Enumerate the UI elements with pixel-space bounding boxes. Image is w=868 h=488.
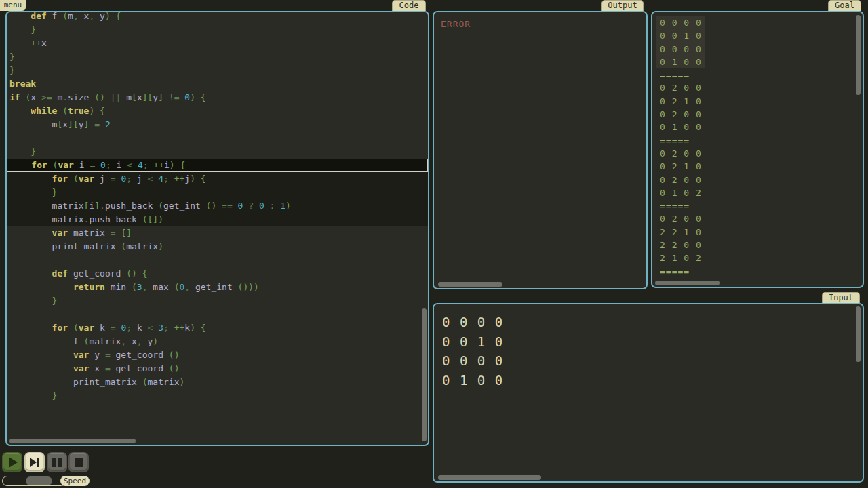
code-line[interactable]: } [7,23,428,37]
code-line[interactable]: var matrix = [] [7,226,428,240]
code-line[interactable] [7,131,428,145]
code-line[interactable]: ++x [7,37,428,50]
step-icon [30,458,39,467]
goal-line: ===== [656,134,693,147]
goal-line: 0 2 0 0 [656,212,705,225]
goal-line: 0 2 0 0 [656,147,705,160]
code-line[interactable]: matrix.push_back ([]) [7,213,428,226]
code-line[interactable]: } [7,389,428,403]
code-line[interactable]: } [7,145,428,159]
input-panel: 0 0 0 00 0 1 00 0 0 00 1 0 0 [433,303,864,483]
input-line: 0 0 0 0 [442,312,504,332]
code-line[interactable]: f (matrix, x, y) [7,335,428,348]
goal-line: 0 2 1 0 [656,95,705,108]
goal-line: ===== [656,265,693,278]
code-line[interactable]: print_matrix (matrix) [7,375,428,389]
goal-line: 2 2 0 0 [656,239,705,251]
goal-line: 0 2 0 0 [656,108,705,121]
input-line: 0 1 0 0 [442,371,504,390]
pause-button[interactable] [47,452,67,472]
goal-line: 0 2 1 0 [656,160,705,173]
goal-line: 2 1 0 2 [656,251,705,264]
code-line[interactable]: print_matrix (matrix) [7,240,428,253]
code-line[interactable]: } [7,64,428,77]
input-horizontal-scrollbar[interactable] [438,475,541,480]
tab-goal[interactable]: Goal [828,0,861,11]
step-button[interactable] [24,452,45,472]
code-line[interactable]: for (var j = 0; j < 4; ++j) { [7,172,428,186]
code-vertical-scrollbar[interactable] [422,308,427,441]
input-content: 0 0 0 00 0 1 00 0 0 00 1 0 0 [442,312,504,390]
goal-line-highlighted: 0 0 1 0 [656,29,705,42]
code-line[interactable]: } [7,50,428,64]
code-line[interactable]: var x = get_coord () [7,362,428,375]
menu-button[interactable]: menu [0,0,26,11]
goal-line: 2 2 1 0 [656,226,705,239]
stop-icon [75,458,83,467]
tab-output[interactable]: Output [601,0,644,11]
code-editor[interactable]: def f (m, x, y) { } ++x}}breakif (x >= m… [7,11,428,403]
goal-horizontal-scrollbar[interactable] [655,281,720,285]
code-line[interactable]: for (var k = 0; k < 3; ++k) { [7,321,428,335]
code-line[interactable] [7,253,428,267]
code-line[interactable]: def f (m, x, y) { [7,11,428,23]
code-line[interactable]: } [7,294,428,308]
code-line[interactable]: while (true) { [7,104,428,118]
code-line[interactable]: matrix[i].push_back (get_int () == 0 ? 0… [7,199,428,213]
code-horizontal-scrollbar[interactable] [9,439,136,443]
code-line[interactable] [7,308,428,321]
goal-line: 0 1 0 2 [656,186,705,199]
output-panel: ERROR [433,11,648,289]
goal-line: 0 2 0 0 [656,174,705,186]
goal-line: ===== [656,199,693,212]
goal-line-highlighted: 0 1 0 0 [656,56,705,68]
output-error-text: ERROR [441,19,471,29]
goal-line: ===== [656,68,693,81]
code-line[interactable]: for (var i = 0; i < 4; ++i) { [7,159,428,172]
tab-code[interactable]: Code [392,0,426,11]
code-line[interactable]: var y = get_coord () [7,348,428,362]
goal-line: 0 2 0 0 [656,81,705,94]
code-panel[interactable]: def f (m, x, y) { } ++x}}breakif (x >= m… [5,11,429,446]
stop-button[interactable] [68,452,89,472]
goal-panel: 0 0 0 00 0 1 00 0 0 00 1 0 0=====0 2 0 0… [651,11,864,288]
code-line[interactable]: break [7,77,428,91]
input-line: 0 0 1 0 [442,332,504,352]
goal-vertical-scrollbar[interactable] [856,15,861,95]
code-line[interactable]: def get_coord () { [7,267,428,281]
goal-line-highlighted: 0 0 0 0 [656,43,705,56]
code-line[interactable]: return min (3, max (0, get_int ())) [7,281,428,294]
goal-content: 0 0 0 00 0 1 00 0 0 00 1 0 0=====0 2 0 0… [656,16,705,278]
play-button[interactable] [2,452,22,472]
tab-input[interactable]: Input [822,292,860,303]
play-icon [9,457,18,468]
speed-label: Speed [60,476,90,486]
code-line[interactable]: if (x >= m.size () || m[x][y] != 0) { [7,91,428,104]
output-horizontal-scrollbar[interactable] [438,282,502,287]
speed-slider-thumb[interactable] [26,476,52,485]
goal-line-highlighted: 0 0 0 0 [656,16,705,29]
input-vertical-scrollbar[interactable] [856,306,861,362]
speed-slider[interactable]: Speed [2,476,90,486]
code-line[interactable]: m[x][y] = 2 [7,118,428,131]
code-line[interactable]: } [7,186,428,199]
input-line: 0 0 0 0 [442,351,504,371]
pause-icon [52,458,62,467]
goal-line: 0 1 0 0 [656,121,705,134]
